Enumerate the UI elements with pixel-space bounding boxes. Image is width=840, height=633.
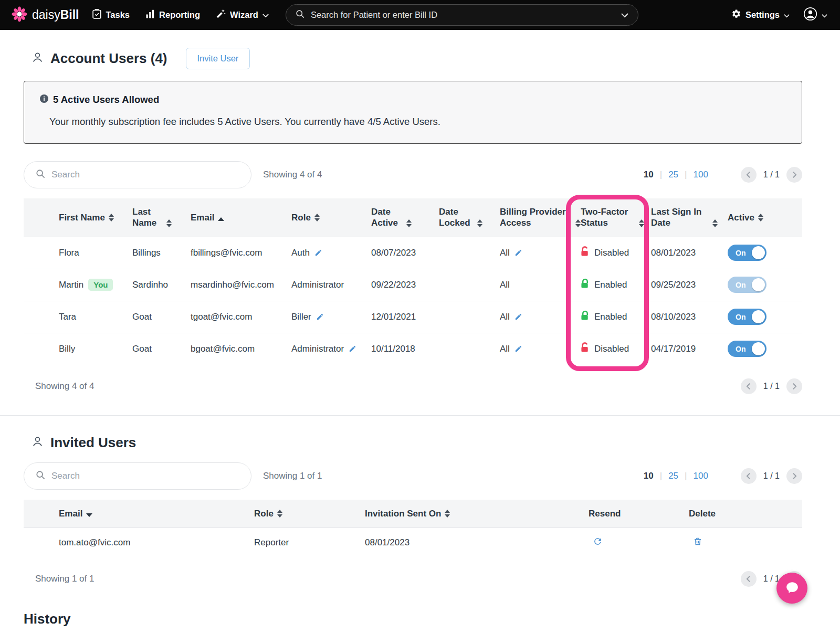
- active-toggle[interactable]: On: [728, 309, 766, 325]
- you-badge: You: [88, 279, 113, 291]
- invite-user-button[interactable]: Invite User: [186, 48, 250, 69]
- active-toggle-disabled[interactable]: On: [728, 277, 766, 293]
- active-toggle[interactable]: On: [728, 341, 766, 357]
- column-header-role[interactable]: Role: [254, 500, 365, 528]
- edit-pencil-icon[interactable]: [514, 345, 522, 353]
- cell-billing-access: All: [500, 333, 581, 365]
- cell-date-locked: [439, 301, 500, 333]
- active-toggle[interactable]: On: [728, 245, 766, 261]
- sort-desc-icon: [86, 513, 92, 517]
- nav-wizard[interactable]: Wizard: [216, 9, 269, 21]
- nav-settings[interactable]: Settings: [731, 9, 790, 21]
- lock-open-icon: [581, 246, 590, 259]
- cell-last-sign-in: 08/10/2023: [651, 301, 728, 333]
- cell-date-active: 10/11/2018: [371, 333, 439, 365]
- nav-reporting[interactable]: Reporting: [145, 9, 200, 20]
- edit-pencil-icon[interactable]: [316, 313, 324, 321]
- prev-page-button[interactable]: [741, 378, 757, 394]
- cell-last-sign-in: 04/17/2019: [651, 333, 728, 365]
- chevron-down-icon: [262, 10, 269, 20]
- column-header-invitation-sent-on[interactable]: Invitation Sent On: [365, 500, 589, 528]
- invited-users-footer: Showing 1 of 1 1 / 1: [24, 571, 802, 587]
- cell-delete: [689, 528, 802, 557]
- prev-page-button[interactable]: [741, 468, 757, 484]
- refresh-icon[interactable]: [593, 536, 603, 546]
- top-navbar: daisyBill Tasks Reporting Wizard: [0, 0, 840, 30]
- column-header-role[interactable]: Role: [291, 198, 371, 237]
- table-row: MartinYou Sardinho msardinho@fvic.com Ad…: [24, 269, 802, 301]
- prev-page-button[interactable]: [741, 571, 757, 587]
- daisy-logo: [12, 6, 27, 24]
- invited-users-header: Invited Users: [24, 416, 802, 451]
- column-header-first-name[interactable]: First Name: [24, 198, 132, 237]
- tasks-icon: [92, 9, 101, 21]
- sort-icon: [109, 214, 114, 221]
- cell-role: Auth: [291, 237, 371, 269]
- column-header-active[interactable]: Active: [728, 198, 802, 237]
- column-header-last-name[interactable]: Last Name: [132, 198, 191, 237]
- page-size-100[interactable]: 100: [693, 170, 708, 180]
- global-search[interactable]: [286, 4, 638, 26]
- edit-pencil-icon[interactable]: [314, 249, 322, 257]
- column-header-last-sign-in-date[interactable]: Last Sign In Date: [651, 198, 728, 237]
- page-size-10[interactable]: 10: [644, 471, 654, 481]
- nav-wizard-label: Wizard: [230, 10, 258, 20]
- table-row: Billy Goat bgoat@fvic.com Administrator …: [24, 333, 802, 365]
- cell-first-name: Tara: [24, 301, 132, 333]
- prev-page-button[interactable]: [741, 167, 757, 183]
- column-header-date-locked[interactable]: Date Locked: [439, 198, 500, 237]
- search-icon: [36, 169, 45, 181]
- sort-icon: [712, 219, 718, 227]
- page-size-25[interactable]: 25: [668, 170, 678, 180]
- trash-icon[interactable]: [693, 536, 702, 546]
- nav-account-menu[interactable]: [803, 7, 827, 23]
- table-row: Flora Billings fbillings@fvic.com Auth 0…: [24, 237, 802, 269]
- page-size-10[interactable]: 10: [644, 170, 654, 180]
- account-users-search-input[interactable]: [51, 170, 239, 180]
- nav-reporting-label: Reporting: [159, 10, 200, 20]
- pager: 1 / 1: [741, 167, 802, 183]
- next-page-button[interactable]: [786, 167, 802, 183]
- cell-role: Biller: [291, 301, 371, 333]
- chevron-down-icon[interactable]: [621, 10, 628, 20]
- sort-icon: [477, 219, 482, 227]
- showing-count: Showing 4 of 4: [263, 170, 322, 180]
- column-header-email[interactable]: Email: [191, 198, 291, 237]
- page-size-25[interactable]: 25: [668, 471, 678, 481]
- column-header-billing-provider-access[interactable]: Billing Provider Access: [500, 198, 581, 237]
- page-size-100[interactable]: 100: [693, 471, 708, 481]
- page-indicator: 1 / 1: [763, 471, 780, 481]
- next-page-button[interactable]: [786, 468, 802, 484]
- invited-users-search-input[interactable]: [51, 471, 239, 481]
- account-users-search[interactable]: [24, 161, 251, 188]
- sort-icon: [314, 214, 320, 221]
- chevron-down-icon: [784, 10, 790, 20]
- reporting-icon: [145, 9, 155, 20]
- account-users-table-wrap: First Name Last Name Email Role Date Act…: [24, 198, 802, 365]
- sort-icon: [277, 510, 282, 518]
- cell-active: On: [728, 333, 802, 365]
- nav-tasks[interactable]: Tasks: [92, 9, 130, 21]
- sort-asc-icon: [218, 217, 224, 221]
- cell-billing-access: All: [500, 301, 581, 333]
- edit-pencil-icon[interactable]: [349, 345, 356, 353]
- chat-launcher-button[interactable]: [776, 573, 807, 604]
- edit-pencil-icon[interactable]: [514, 313, 522, 321]
- next-page-button[interactable]: [786, 378, 802, 394]
- cell-last-sign-in: 09/25/2023: [651, 269, 728, 301]
- toggle-knob: [752, 310, 765, 323]
- cell-date-locked: [439, 237, 500, 269]
- column-header-email[interactable]: Email: [24, 500, 254, 528]
- invited-users-search[interactable]: [24, 462, 251, 490]
- account-users-controls: Showing 4 of 4 10 | 25 | 100 1 / 1: [24, 161, 802, 188]
- column-header-two-factor-status[interactable]: Two-Factor Status: [581, 198, 651, 237]
- cell-two-factor: Enabled: [581, 269, 651, 301]
- cell-date-active: 09/22/2023: [371, 269, 439, 301]
- column-header-delete: Delete: [689, 500, 802, 528]
- column-header-date-active[interactable]: Date Active: [371, 198, 439, 237]
- brand-logo[interactable]: daisyBill: [12, 6, 79, 24]
- toggle-knob: [752, 246, 765, 259]
- global-search-input[interactable]: [311, 10, 615, 20]
- alert-body: Your monthly subscription fee includes 5…: [49, 116, 786, 128]
- edit-pencil-icon[interactable]: [514, 249, 522, 257]
